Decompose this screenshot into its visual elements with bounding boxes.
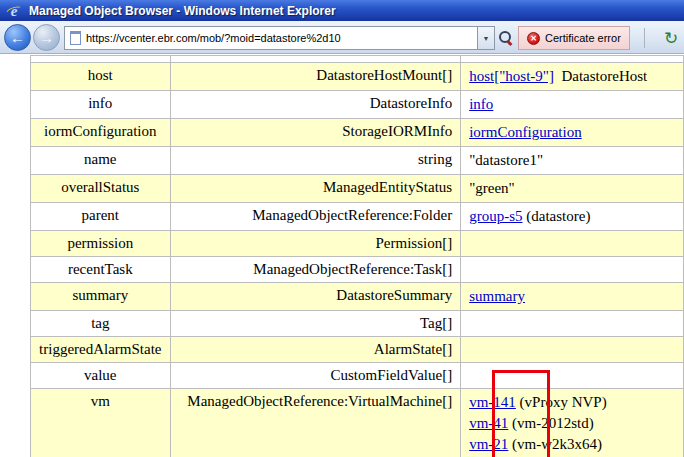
property-name-cell: overallStatus bbox=[31, 175, 171, 203]
partial-table-row bbox=[31, 56, 684, 63]
property-value-cell: host["host-9"] DatastoreHost bbox=[461, 63, 684, 91]
value-text: (datastore) bbox=[523, 208, 591, 224]
table-row: namestring"datastore1" bbox=[31, 147, 684, 175]
value-link[interactable]: vm-141 bbox=[469, 394, 516, 410]
back-arrow-icon: ← bbox=[10, 29, 25, 46]
property-value-cell bbox=[461, 257, 684, 283]
search-button[interactable] bbox=[496, 26, 516, 50]
property-value-cell bbox=[461, 311, 684, 337]
value-line: info bbox=[469, 94, 675, 115]
value-text: (vm-2012std) bbox=[508, 415, 593, 431]
table-row: triggeredAlarmStateAlarmState[] bbox=[31, 337, 684, 363]
table-row: permissionPermission[] bbox=[31, 231, 684, 257]
value-link[interactable]: info bbox=[469, 96, 493, 112]
property-name-cell: summary bbox=[31, 283, 171, 311]
property-name-cell: iormConfiguration bbox=[31, 119, 171, 147]
value-link[interactable]: summary bbox=[469, 288, 525, 304]
table-row: parentManagedObjectReference:Foldergroup… bbox=[31, 203, 684, 231]
refresh-icon: ↻ bbox=[664, 28, 678, 49]
toolbar-separator bbox=[644, 28, 645, 48]
navigation-bar: ← → https://vcenter.ebr.com/mob/?moid=da… bbox=[0, 21, 684, 54]
property-name-cell: permission bbox=[31, 231, 171, 257]
value-line: group-s5 (datastore) bbox=[469, 206, 675, 227]
certificate-error-badge[interactable]: ✕ Certificate error bbox=[518, 26, 630, 50]
property-value-cell: vm-141 (vProxy NVP)vm-41 (vm-2012std)vm-… bbox=[461, 389, 684, 457]
table-row: valueCustomFieldValue[] bbox=[31, 363, 684, 389]
table-row: overallStatusManagedEntityStatus"green" bbox=[31, 175, 684, 203]
property-type-cell: ManagedObjectReference:Task[] bbox=[170, 257, 461, 283]
property-value-cell: summary bbox=[461, 283, 684, 311]
property-type-cell: ManagedObjectReference:VirtualMachine[] bbox=[170, 389, 461, 457]
property-type-cell: StorageIORMInfo bbox=[170, 119, 461, 147]
property-name-cell: tag bbox=[31, 311, 171, 337]
property-type-cell: string bbox=[170, 147, 461, 175]
property-type-cell: Tag[] bbox=[170, 311, 461, 337]
table-row: tagTag[] bbox=[31, 311, 684, 337]
property-name-cell: parent bbox=[31, 203, 171, 231]
property-name-cell: recentTask bbox=[31, 257, 171, 283]
property-type-cell: AlarmState[] bbox=[170, 337, 461, 363]
forward-button[interactable]: → bbox=[33, 24, 60, 51]
property-value-cell: "green" bbox=[461, 175, 684, 203]
window-title: Managed Object Browser - Windows Interne… bbox=[29, 4, 336, 18]
value-line: vm-41 (vm-2012std) bbox=[469, 413, 675, 434]
value-line: vm-21 (vm-w2k3x64) bbox=[469, 434, 675, 455]
property-value-cell: "datastore1" bbox=[461, 147, 684, 175]
value-line: summary bbox=[469, 286, 675, 307]
property-name-cell: triggeredAlarmState bbox=[31, 337, 171, 363]
table-row: recentTaskManagedObjectReference:Task[] bbox=[31, 257, 684, 283]
property-value-cell bbox=[461, 363, 684, 389]
value-link[interactable]: group-s5 bbox=[469, 208, 522, 224]
value-text: DatastoreHost bbox=[554, 68, 647, 84]
property-value-cell: group-s5 (datastore) bbox=[461, 203, 684, 231]
value-text: (vProxy NVP) bbox=[516, 394, 607, 410]
value-text: (vm-w2k3x64) bbox=[508, 436, 602, 452]
property-type-cell: ManagedObjectReference:Folder bbox=[170, 203, 461, 231]
value-link[interactable]: vm-21 bbox=[469, 436, 508, 452]
property-name-cell: vm bbox=[31, 389, 171, 457]
property-value-cell: info bbox=[461, 91, 684, 119]
chevron-down-icon: ▼ bbox=[483, 35, 490, 42]
property-type-cell: ManagedEntityStatus bbox=[170, 175, 461, 203]
value-link[interactable]: vm-41 bbox=[469, 415, 508, 431]
property-type-cell: DatastoreInfo bbox=[170, 91, 461, 119]
back-button[interactable]: ← bbox=[4, 24, 31, 51]
property-name-cell: name bbox=[31, 147, 171, 175]
title-bar: e Managed Object Browser - Windows Inter… bbox=[0, 0, 684, 21]
search-icon bbox=[499, 31, 513, 45]
table-row: hostDatastoreHostMount[]host["host-9"] D… bbox=[31, 63, 684, 91]
property-value-cell: iormConfiguration bbox=[461, 119, 684, 147]
table-row: infoDatastoreInfoinfo bbox=[31, 91, 684, 119]
url-text[interactable]: https://vcenter.ebr.com/mob/?moid=datast… bbox=[86, 32, 341, 44]
properties-table: hostDatastoreHostMount[]host["host-9"] D… bbox=[30, 55, 684, 457]
forward-arrow-icon: → bbox=[39, 29, 54, 46]
refresh-button[interactable]: ↻ bbox=[654, 25, 684, 51]
table-row: iormConfigurationStorageIORMInfoiormConf… bbox=[31, 119, 684, 147]
ie-logo-icon: e bbox=[6, 3, 22, 19]
property-value-cell bbox=[461, 337, 684, 363]
value-link[interactable]: host["host-9"] bbox=[469, 68, 554, 84]
value-line: "green" bbox=[469, 178, 675, 199]
property-name-cell: value bbox=[31, 363, 171, 389]
value-line: vm-141 (vProxy NVP) bbox=[469, 392, 675, 413]
value-line: "datastore1" bbox=[469, 150, 675, 171]
value-text: "datastore1" bbox=[469, 152, 543, 168]
property-type-cell: Permission[] bbox=[170, 231, 461, 257]
certificate-error-icon: ✕ bbox=[527, 32, 540, 45]
certificate-error-label: Certificate error bbox=[545, 32, 621, 44]
property-type-cell: DatastoreHostMount[] bbox=[170, 63, 461, 91]
property-type-cell: CustomFieldValue[] bbox=[170, 363, 461, 389]
property-name-cell: host bbox=[31, 63, 171, 91]
table-row: summaryDatastoreSummarysummary bbox=[31, 283, 684, 311]
page-icon bbox=[70, 31, 81, 45]
property-value-cell bbox=[461, 231, 684, 257]
value-line: iormConfiguration bbox=[469, 122, 675, 143]
value-line: host["host-9"] DatastoreHost bbox=[469, 66, 675, 87]
value-text: "green" bbox=[469, 180, 515, 196]
value-link[interactable]: iormConfiguration bbox=[469, 124, 582, 140]
property-name-cell: info bbox=[31, 91, 171, 119]
address-bar[interactable]: https://vcenter.ebr.com/mob/?moid=datast… bbox=[64, 26, 478, 50]
address-dropdown-button[interactable]: ▼ bbox=[478, 26, 495, 50]
property-type-cell: DatastoreSummary bbox=[170, 283, 461, 311]
page-content: hostDatastoreHostMount[]host["host-9"] D… bbox=[0, 54, 684, 457]
